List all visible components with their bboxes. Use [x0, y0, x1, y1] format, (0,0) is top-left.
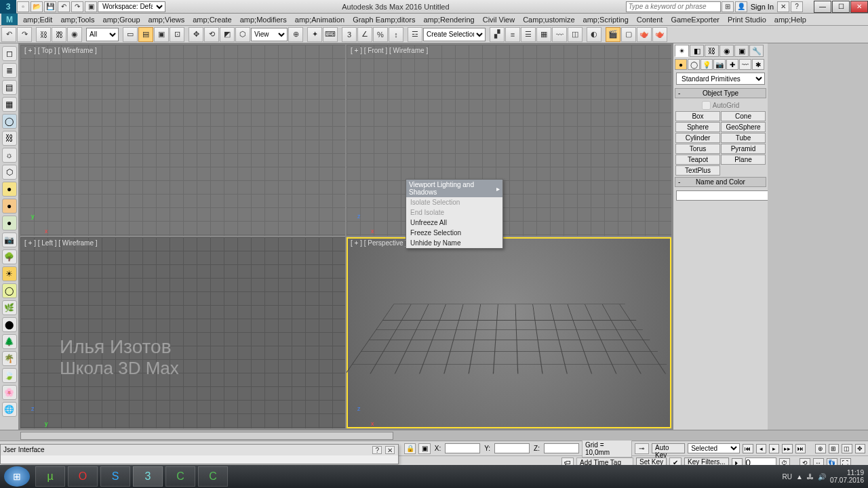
task-camtasia2[interactable]: C — [198, 466, 228, 487]
menu-animation[interactable]: amp;Animation — [291, 16, 349, 24]
lt-flower-icon[interactable]: 🌸 — [2, 385, 17, 400]
apps-icon[interactable]: ⊞ — [722, 1, 734, 12]
viewport-perspective[interactable]: [ + ] [ Perspective ] [ Smooth + Highlig… — [347, 237, 671, 428]
viewport-front-label[interactable]: [ + ] [ Front ] [ Wireframe ] — [351, 47, 428, 54]
user-interface-panel[interactable]: Jser Interface ? ✕ — [0, 444, 399, 464]
prim-tube[interactable]: Tube — [721, 133, 766, 143]
maximize-button[interactable]: ☐ — [832, 1, 850, 13]
menu-customize[interactable]: Camp;ustomize — [519, 16, 578, 24]
menu-rendering[interactable]: amp;Rendering — [419, 16, 478, 24]
menu-scripting[interactable]: amp;Scripting — [579, 16, 633, 24]
goto-start-button[interactable]: ⏮ — [743, 444, 753, 453]
selection-filter[interactable]: All — [86, 28, 119, 41]
menu-create[interactable]: amp;Create — [189, 16, 235, 24]
search-input[interactable] — [626, 1, 721, 12]
key-mode-icon[interactable]: ⊸ — [635, 443, 649, 454]
lt-render-icon[interactable]: ▦ — [2, 97, 17, 112]
named-sel-set[interactable]: Create Selection Se — [423, 28, 486, 41]
lt-vine-icon[interactable]: 🍃 — [2, 368, 17, 383]
task-camtasia[interactable]: C — [165, 466, 195, 487]
move-button[interactable]: ✥ — [189, 27, 203, 42]
prim-cylinder[interactable]: Cylinder — [675, 133, 720, 143]
select-name-button[interactable]: ▤ — [138, 27, 153, 42]
y-input[interactable] — [494, 443, 530, 453]
category-select[interactable]: Standard Primitives — [676, 73, 765, 85]
redo-button[interactable]: ↷ — [17, 27, 32, 42]
isolate-icon[interactable]: ▣ — [418, 443, 430, 454]
float-close-icon[interactable]: ✕ — [385, 446, 395, 454]
ctx-unfreeze-all[interactable]: Unfreeze All — [406, 218, 502, 228]
percent-snap-button[interactable]: % — [373, 27, 388, 42]
timeline[interactable] — [0, 430, 868, 441]
tray-lang[interactable]: RU — [783, 473, 792, 481]
rollout-object-type[interactable]: Object Type — [675, 88, 766, 98]
shapes-subtab[interactable]: ◯ — [688, 59, 700, 70]
render-prod-button[interactable]: 🫖 — [637, 27, 652, 42]
goto-end-button[interactable]: ⏭ — [795, 444, 806, 453]
lt-sun-icon[interactable]: ☀ — [2, 266, 17, 281]
mirror-button[interactable]: ▞ — [490, 27, 505, 42]
project-icon[interactable]: ▣ — [85, 1, 97, 12]
link-button[interactable]: ⛓ — [36, 27, 51, 42]
prim-plane[interactable]: Plane — [721, 155, 766, 165]
select-object-button[interactable]: ▭ — [123, 27, 138, 42]
lt-bush-icon[interactable]: 🌲 — [2, 334, 17, 349]
menu-help[interactable]: amp;Help — [770, 16, 810, 24]
float-help-icon[interactable]: ? — [372, 446, 382, 454]
task-utorrent[interactable]: µ — [35, 466, 65, 487]
help-icon[interactable]: ? — [791, 1, 803, 12]
nav-pan-button[interactable]: ✥ — [855, 444, 865, 453]
helpers-subtab[interactable]: ✚ — [726, 59, 738, 70]
signin-icon[interactable]: 👤 — [735, 1, 747, 12]
viewport-front[interactable]: [ + ] [ Front ] [ Wireframe ] zx — [347, 45, 671, 236]
lt-tree-icon[interactable]: 🌳 — [2, 249, 17, 264]
menu-tools[interactable]: amp;Tools — [56, 16, 98, 24]
viewport-top-label[interactable]: [ + ] [ Top ] [ Wireframe ] — [24, 47, 97, 54]
menu-civilview[interactable]: Civil View — [479, 16, 519, 24]
systems-subtab[interactable]: ✱ — [752, 59, 764, 70]
prim-sphere[interactable]: Sphere — [675, 122, 720, 132]
redo-icon[interactable]: ↷ — [71, 1, 83, 12]
z-input[interactable] — [544, 443, 579, 453]
x-input[interactable] — [445, 443, 480, 453]
task-3dsmax[interactable]: 3 — [133, 466, 163, 487]
tray-flag-icon[interactable]: ▲ — [796, 473, 803, 481]
prim-geosphere[interactable]: GeoSphere — [721, 122, 766, 132]
max-menu-icon[interactable]: M — [1, 14, 18, 25]
lt-grass-icon[interactable]: 🌿 — [2, 300, 17, 315]
menu-group[interactable]: amp;Group — [99, 16, 144, 24]
undo-button[interactable]: ↶ — [1, 27, 16, 42]
workspace-select[interactable]: Workspace: Default — [98, 1, 165, 12]
lt-palm-icon[interactable]: 🌴 — [2, 351, 17, 366]
ctx-unhide-name[interactable]: Unhide by Name — [406, 238, 502, 248]
tray-clock[interactable]: 11:1907.07.2016 — [830, 469, 864, 484]
menu-modifiers[interactable]: amp;Modifiers — [236, 16, 291, 24]
lt-helpers-icon[interactable]: ☼ — [2, 148, 17, 163]
render-iter-button[interactable]: 🫖 — [652, 27, 667, 42]
task-opera[interactable]: O — [68, 466, 98, 487]
lt-link-icon[interactable]: ⛓ — [2, 131, 17, 146]
align-button[interactable]: ≡ — [505, 27, 520, 42]
app-icon[interactable]: 3 — [0, 0, 16, 14]
menu-content[interactable]: Content — [633, 16, 667, 24]
rotate-button[interactable]: ⟲ — [204, 27, 219, 42]
spacewarps-subtab[interactable]: 〰 — [739, 59, 751, 70]
prim-box[interactable]: Box — [675, 111, 720, 121]
menu-grapheditors[interactable]: Graph Eamp;ditors — [349, 16, 419, 24]
ref-coord-select[interactable]: View — [251, 28, 288, 41]
menu-printstudio[interactable]: Print Studio — [724, 16, 770, 24]
lt-omni-icon[interactable]: ● — [2, 182, 17, 197]
lt-rock-icon[interactable]: ⬤ — [2, 317, 17, 332]
cameras-subtab[interactable]: 📷 — [713, 59, 726, 70]
hierarchy-tab[interactable]: ⛓ — [705, 45, 719, 57]
undo-icon[interactable]: ↶ — [58, 1, 70, 12]
tray-volume-icon[interactable]: 🔊 — [818, 473, 826, 481]
ctx-header[interactable]: Viewport Lighting and Shadows▸ — [406, 180, 502, 197]
create-tab[interactable]: ✴ — [675, 45, 689, 57]
nav-zoomall-button[interactable]: ⊞ — [829, 444, 839, 453]
lock-icon[interactable]: 🔒 — [404, 443, 416, 454]
lt-blue-icon[interactable]: ◯ — [2, 114, 17, 129]
menu-gameexporter[interactable]: GameExporter — [667, 16, 724, 24]
modify-tab[interactable]: ◧ — [690, 45, 704, 57]
open-icon[interactable]: 📂 — [31, 1, 43, 12]
